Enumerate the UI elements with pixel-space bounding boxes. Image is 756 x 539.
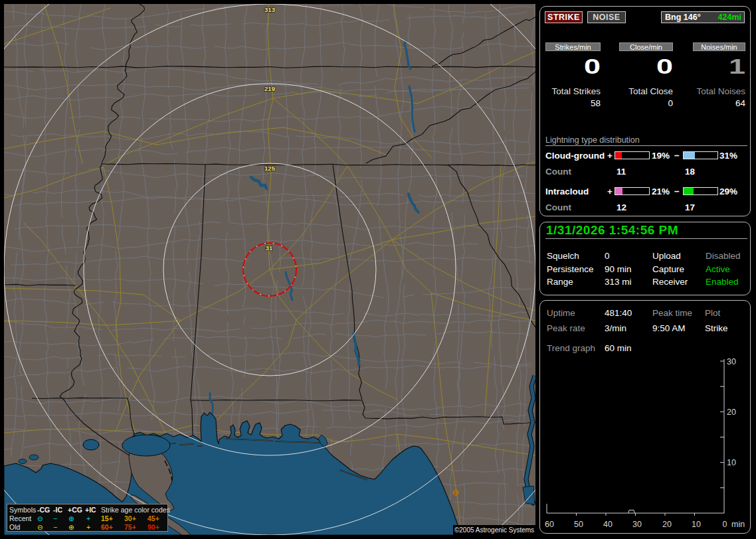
svg-text:40: 40 [603, 520, 613, 529]
svg-text:10: 10 [727, 458, 736, 467]
svg-text:min: min [731, 520, 745, 529]
svg-text:20: 20 [727, 408, 736, 417]
svg-text:125: 125 [264, 165, 276, 172]
svg-text:10: 10 [692, 520, 701, 529]
svg-text:219: 219 [264, 85, 275, 92]
svg-text:20: 20 [662, 520, 672, 529]
svg-text:30: 30 [727, 357, 736, 366]
svg-text:0: 0 [723, 520, 727, 529]
svg-text:31: 31 [266, 244, 273, 252]
svg-text:50: 50 [574, 520, 583, 529]
svg-text:30: 30 [632, 520, 642, 529]
svg-text:60: 60 [545, 520, 554, 529]
svg-text:313: 313 [264, 6, 275, 13]
